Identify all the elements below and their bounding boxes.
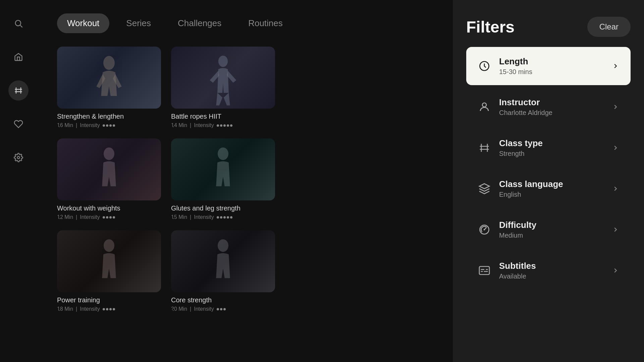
svg-point-2 <box>17 157 20 159</box>
chevron-right-icon <box>610 143 621 153</box>
workout-grid: Strengthen & lengthen 16 Min | Intensity <box>57 47 433 312</box>
card-title: Glutes and leg strength <box>171 204 275 212</box>
workout-card[interactable]: Power training 18 Min | Intensity <box>57 230 161 312</box>
sidebar <box>0 0 37 362</box>
chevron-right-icon <box>610 184 621 194</box>
filter-item-length[interactable]: Length 15-30 mins <box>466 47 631 85</box>
workout-card[interactable]: Glutes and leg strength 15 Min | Intensi… <box>171 138 275 220</box>
workout-card[interactable]: Strengthen & lengthen 16 Min | Intensity <box>57 47 161 128</box>
svg-line-1 <box>20 25 22 27</box>
filter-panel: Filters Clear Length 15-30 mins Instruct… <box>453 0 644 362</box>
filter-class-type-text: Class type Strength <box>499 138 610 158</box>
filter-item-class-language[interactable]: Class language English <box>466 170 631 208</box>
chevron-right-icon <box>610 61 621 71</box>
svg-point-6 <box>218 147 228 160</box>
filter-header: Filters Clear <box>466 17 631 37</box>
card-title: Power training <box>57 296 161 304</box>
clear-button[interactable]: Clear <box>587 17 631 37</box>
card-title: Workout with weights <box>57 204 161 212</box>
chevron-right-icon <box>610 102 621 112</box>
card-title: Core strength <box>171 296 275 304</box>
svg-point-0 <box>15 20 21 26</box>
card-title: Battle ropes HIIT <box>171 113 275 120</box>
svg-point-5 <box>104 147 114 160</box>
svg-point-8 <box>218 239 228 252</box>
svg-point-12 <box>484 229 485 231</box>
chevron-right-icon <box>610 225 621 235</box>
chevron-right-icon <box>610 265 621 276</box>
svg-point-4 <box>218 56 228 67</box>
card-meta: 15 Min | Intensity <box>171 214 275 220</box>
translate-icon <box>476 181 492 197</box>
svg-point-3 <box>103 56 115 70</box>
card-meta: 18 Min | Intensity <box>57 306 161 312</box>
sidebar-item-home[interactable] <box>8 47 29 67</box>
dumbbell-icon <box>476 140 492 156</box>
sidebar-item-search[interactable] <box>8 13 29 34</box>
filter-language-text: Class language English <box>499 179 610 198</box>
svg-point-10 <box>482 103 486 107</box>
svg-point-7 <box>104 239 114 252</box>
tab-workout[interactable]: Workout <box>57 13 109 33</box>
subtitles-icon <box>476 262 492 279</box>
filter-subtitles-text: Subtitles Available <box>499 261 610 280</box>
tab-routines[interactable]: Routines <box>238 13 293 33</box>
workout-card[interactable]: Core strength 20 Min | Intensity <box>171 230 275 312</box>
filter-item-class-type[interactable]: Class type Strength <box>466 129 631 167</box>
sidebar-item-workout[interactable] <box>8 80 29 101</box>
tab-series[interactable]: Series <box>116 13 161 33</box>
person-icon <box>476 99 492 115</box>
sidebar-item-favorites[interactable] <box>8 114 29 134</box>
svg-rect-13 <box>479 266 489 275</box>
filter-item-difficulty[interactable]: Difficulty Medium <box>466 210 631 249</box>
clock-icon <box>476 58 492 74</box>
gauge-icon <box>476 222 492 238</box>
filter-length-text: Length 15-30 mins <box>499 56 610 76</box>
filter-title: Filters <box>466 18 515 36</box>
card-meta: 20 Min | Intensity <box>171 306 275 312</box>
card-title: Strengthen & lengthen <box>57 113 161 120</box>
tab-challenges[interactable]: Challenges <box>168 13 231 33</box>
main-content: Workout Series Challenges Routines Stren… <box>37 0 453 362</box>
filter-difficulty-text: Difficulty Medium <box>499 220 610 239</box>
workout-card[interactable]: Workout with weights 12 Min | Intensity <box>57 138 161 220</box>
card-meta: 16 Min | Intensity <box>57 122 161 128</box>
filter-item-instructor[interactable]: Instructor Charlotte Aldridge <box>466 88 631 126</box>
sidebar-item-settings[interactable] <box>8 147 29 168</box>
tab-nav: Workout Series Challenges Routines <box>57 13 433 33</box>
card-meta: 12 Min | Intensity <box>57 214 161 220</box>
filter-item-subtitles[interactable]: Subtitles Available <box>466 251 631 290</box>
workout-card[interactable]: Battle ropes HIIT 14 Min | Intensity <box>171 47 275 128</box>
card-meta: 14 Min | Intensity <box>171 122 275 128</box>
filter-instructor-text: Instructor Charlotte Aldridge <box>499 97 610 117</box>
